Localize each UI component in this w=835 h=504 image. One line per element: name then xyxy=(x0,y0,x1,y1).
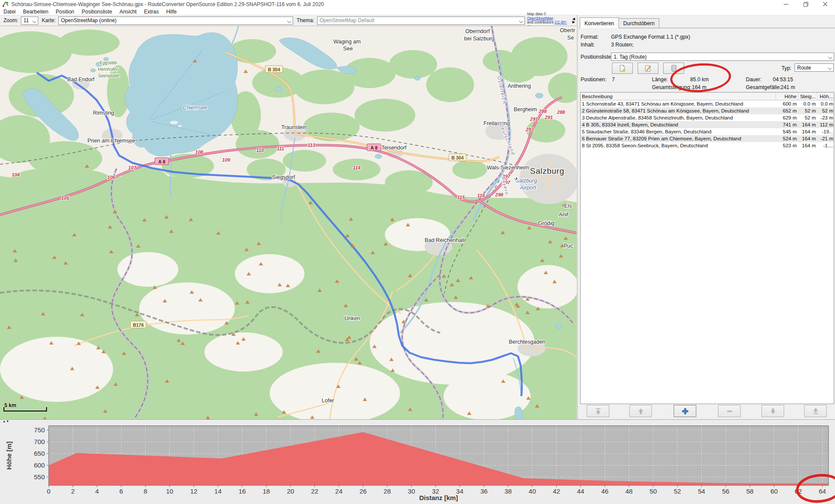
motorway-exit-number: 288 xyxy=(557,109,565,115)
move-to-top-button[interactable] xyxy=(587,405,609,417)
typ-select[interactable]: Route xyxy=(795,63,834,72)
svg-text:18: 18 xyxy=(263,487,270,495)
theme-select[interactable]: OpenStreetMap Default xyxy=(317,17,525,25)
chevron-down-icon xyxy=(287,19,291,23)
arrow-up-icon xyxy=(638,408,644,414)
chevron-down-icon xyxy=(32,19,36,23)
column-header[interactable]: Höhe xyxy=(775,93,798,100)
map-source-select[interactable]: OpenStreetMap (online) xyxy=(58,17,293,25)
column-header[interactable]: Höh... xyxy=(817,93,834,100)
svg-text:700: 700 xyxy=(34,438,45,445)
svg-text:30: 30 xyxy=(408,487,415,495)
osm-link[interactable]: OpenStreetMap xyxy=(527,16,553,20)
horizontal-splitter[interactable]: ▲▼ xyxy=(0,419,835,423)
map-label: See xyxy=(343,46,353,52)
position-row[interactable]: 3 Deutsche Alpenstraße, 83458 Schneizlre… xyxy=(581,114,834,121)
map-label: Waging am xyxy=(334,39,361,45)
road-badge: B 304 xyxy=(449,154,466,161)
map-label: Siegsdorf xyxy=(272,174,295,180)
svg-text:62: 62 xyxy=(795,487,802,495)
map-label: Berchtesgaden xyxy=(509,339,545,345)
position-row[interactable]: 8 St 2095, 83358 Seeon-Seebruck, Bayern,… xyxy=(581,142,834,149)
menu-bar: DateiBearbeitenPositionPositionslisteAns… xyxy=(0,8,835,15)
chevron-down-icon xyxy=(828,55,832,59)
svg-text:54: 54 xyxy=(698,487,705,495)
menu-item-hilfe[interactable]: Hilfe xyxy=(166,9,177,15)
add-position-button[interactable] xyxy=(674,405,696,417)
map-label: Bergheim xyxy=(514,106,537,113)
splitter-collapse-buttons[interactable]: ◀▶ xyxy=(571,17,577,23)
svg-text:16: 16 xyxy=(238,487,246,495)
svg-text:58: 58 xyxy=(746,487,754,495)
move-up-button[interactable] xyxy=(629,405,652,417)
column-header[interactable]: Beschreibung xyxy=(581,93,775,100)
menu-item-ansicht[interactable]: Ansicht xyxy=(120,9,137,15)
svg-text:28: 28 xyxy=(384,487,391,495)
map-label: bei Salzburg xyxy=(464,36,494,42)
remove-position-button[interactable] xyxy=(718,405,741,417)
arrow-down-icon xyxy=(770,408,776,414)
move-down-button[interactable] xyxy=(762,405,784,417)
menu-item-positionsliste[interactable]: Positionsliste xyxy=(82,9,112,15)
svg-text:20: 20 xyxy=(287,487,294,495)
svg-text:48: 48 xyxy=(625,487,633,495)
laenge-label: Länge: xyxy=(652,76,668,83)
app-icon xyxy=(2,1,9,7)
scale-label: 5 km xyxy=(4,402,48,408)
zoom-label: Zoom: xyxy=(3,17,18,23)
minus-icon xyxy=(726,408,733,414)
tab-durchstoebern[interactable]: Durchstöbern xyxy=(618,18,659,28)
close-button[interactable] xyxy=(815,0,835,8)
svg-text:50: 50 xyxy=(650,487,657,495)
gesamtgefaelle-value: 241 m xyxy=(781,84,795,90)
positionen-label: Positionen: xyxy=(581,76,606,83)
menu-item-datei[interactable]: Datei xyxy=(3,9,16,15)
map-label: Bad Endorf xyxy=(67,76,95,83)
motorway-exit-number: 108 xyxy=(195,149,204,155)
trash-icon xyxy=(671,65,677,72)
svg-text:Höhe [m]: Höhe [m] xyxy=(5,441,13,470)
menu-item-bearbeiten[interactable]: Bearbeiten xyxy=(23,9,48,15)
minimize-button[interactable] xyxy=(776,0,796,8)
motorway-exit-number: 111 xyxy=(277,146,284,151)
column-header[interactable]: Steig... xyxy=(798,93,817,100)
position-row[interactable]: 6 Bernauer Straße 77, 83209 Prien am Chi… xyxy=(581,135,834,142)
svg-text:550: 550 xyxy=(34,473,45,481)
svg-text:46: 46 xyxy=(601,487,608,495)
map-canvas[interactable]: B 304B 304B176A 8A 8 1041051061071081091… xyxy=(0,26,577,419)
restore-button[interactable] xyxy=(796,0,815,8)
motorway-badge: A 8 xyxy=(367,144,381,151)
typ-label: Typ: xyxy=(782,65,792,71)
positionsliste-select[interactable]: 1. Tag (Route) xyxy=(611,53,834,61)
svg-text:6: 6 xyxy=(120,487,123,495)
zoom-select[interactable]: 11 xyxy=(21,17,38,25)
map-label: Wals-Siezenheim xyxy=(487,165,529,171)
new-positionlist-button[interactable] xyxy=(612,63,633,74)
map-label: Freilassing xyxy=(484,120,510,126)
table-header-row[interactable]: BeschreibungHöheSteig...Höh... xyxy=(581,93,834,100)
map-toolbar: Zoom: 11 Karte: OpenStreetMap (online) T… xyxy=(0,15,577,26)
road-badge: B 304 xyxy=(265,66,283,73)
thema-label: Thema: xyxy=(297,17,314,23)
positions-table[interactable]: BeschreibungHöheSteig...Höh... 1 Schorns… xyxy=(580,92,834,404)
svg-text:64: 64 xyxy=(819,487,826,495)
road-badge: B176 xyxy=(130,321,146,328)
position-row[interactable]: 5 Staudacher Straße, 83346 Bergen, Bayer… xyxy=(581,128,834,135)
panel-tabs: Konvertieren Durchstöbern xyxy=(579,17,835,28)
tab-konvertieren[interactable]: Konvertieren xyxy=(580,17,619,28)
delete-positionlist-button[interactable] xyxy=(663,63,684,74)
rename-positionlist-button[interactable] xyxy=(638,63,658,74)
gesamtsteigung-label: Gesamtsteigung: xyxy=(652,84,691,90)
position-row[interactable]: 1 Schornstraße 43, 83471 Schönau am Köni… xyxy=(581,100,834,108)
svg-text:22: 22 xyxy=(311,487,318,495)
position-row[interactable]: 4 B 305, 83334 Inzell, Bayern, Deutschla… xyxy=(581,121,834,128)
motorway-exit-number: 293 xyxy=(525,127,534,132)
move-to-bottom-button[interactable] xyxy=(804,405,827,417)
menu-item-position[interactable]: Position xyxy=(56,9,74,15)
position-row[interactable]: 2 Grünsteinstraße 58, 83471 Schönau am K… xyxy=(581,107,834,114)
svg-text:4: 4 xyxy=(95,487,99,495)
map-label: Prien am Chiemsee xyxy=(87,138,135,144)
map-label: Se xyxy=(567,35,574,41)
svg-text:38: 38 xyxy=(504,487,512,495)
menu-item-extras[interactable]: Extras xyxy=(144,9,159,15)
